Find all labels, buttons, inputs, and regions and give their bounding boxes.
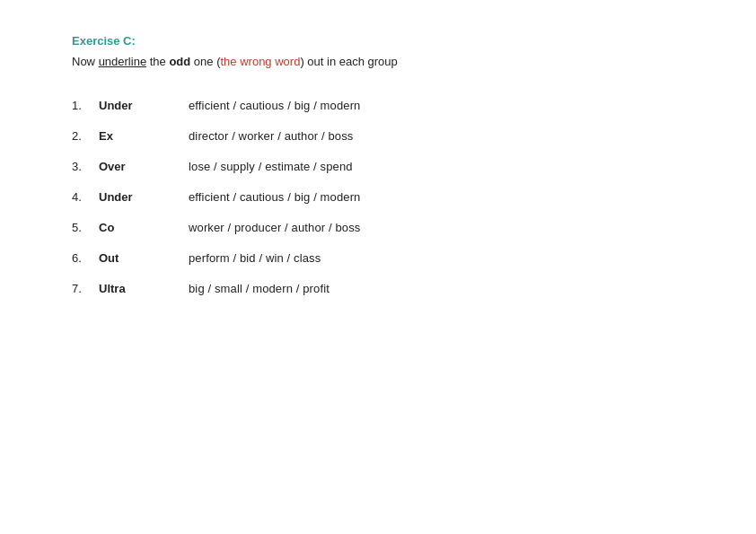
row-number: 7.	[72, 273, 99, 303]
instruction-bold: odd	[169, 55, 190, 68]
instruction-wrong: the wrong word	[221, 55, 301, 68]
table-row: 5.Coworker / producer / author / boss	[72, 212, 684, 242]
row-prefix: Under	[99, 181, 189, 212]
exercise-title: Exercise C:	[72, 34, 684, 48]
instruction-suffix: one (	[190, 55, 220, 68]
row-prefix: Over	[99, 151, 189, 181]
row-prefix: Co	[99, 212, 189, 242]
row-words: lose / supply / estimate / spend	[189, 151, 684, 181]
table-row: 1.Underefficient / cautious / big / mode…	[72, 90, 684, 120]
exercise-table: 1.Underefficient / cautious / big / mode…	[72, 90, 684, 303]
row-words: big / small / modern / profit	[189, 273, 684, 303]
row-number: 4.	[72, 181, 99, 212]
table-row: 3.Overlose / supply / estimate / spend	[72, 151, 684, 181]
row-number: 5.	[72, 212, 99, 242]
instruction-prefix: Now	[72, 55, 99, 68]
row-prefix: Ex	[99, 120, 189, 151]
instruction: Now underline the odd one (the wrong wor…	[72, 55, 684, 68]
instruction-end: ) out in each group	[300, 55, 397, 68]
table-row: 7.Ultrabig / small / modern / profit	[72, 273, 684, 303]
row-words: director / worker / author / boss	[189, 120, 684, 151]
instruction-middle: the	[146, 55, 169, 68]
row-words: perform / bid / win / class	[189, 242, 684, 273]
row-words: efficient / cautious / big / modern	[189, 181, 684, 212]
page-container: Exercise C: Now underline the odd one (t…	[0, 0, 756, 339]
row-number: 3.	[72, 151, 99, 181]
table-row: 6.Outperform / bid / win / class	[72, 242, 684, 273]
row-words: efficient / cautious / big / modern	[189, 90, 684, 120]
row-number: 6.	[72, 242, 99, 273]
row-prefix: Out	[99, 242, 189, 273]
table-row: 2.Exdirector / worker / author / boss	[72, 120, 684, 151]
row-number: 1.	[72, 90, 99, 120]
table-row: 4.Underefficient / cautious / big / mode…	[72, 181, 684, 212]
row-prefix: Ultra	[99, 273, 189, 303]
instruction-underline: underline	[99, 55, 147, 68]
row-prefix: Under	[99, 90, 189, 120]
row-number: 2.	[72, 120, 99, 151]
row-words: worker / producer / author / boss	[189, 212, 684, 242]
